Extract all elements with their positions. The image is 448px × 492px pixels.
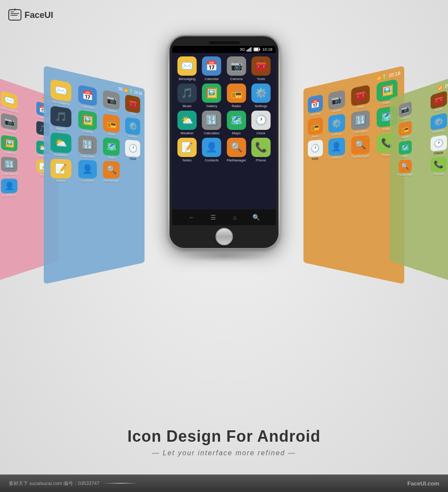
list-item: 🎵 Music	[48, 105, 74, 132]
app-phone[interactable]: 📞 Phone	[249, 138, 272, 162]
gallery-icon: 🖼️	[1, 135, 18, 151]
list-item: 🖼️ Gallery	[76, 109, 99, 135]
music-icon: 🎵	[50, 105, 71, 128]
clock-icon: 🕐	[308, 140, 322, 157]
app-maps[interactable]: 🗺️ Maps	[225, 111, 248, 135]
radio-app-icon: 📻	[227, 84, 246, 103]
contacts-label: Contacts	[205, 158, 219, 162]
list-item: 📷 Camera	[101, 89, 122, 115]
filemanager-app-icon: 🔍	[227, 138, 246, 157]
list-item: ✉️ Messaging	[48, 78, 74, 107]
app-messaging[interactable]: ✉️ Messaging	[176, 56, 199, 81]
phone-status-bar: 3G 10:18	[172, 46, 276, 53]
notes-app-icon: 📝	[178, 138, 197, 157]
svg-rect-4	[10, 13, 19, 14]
svg-rect-9	[251, 47, 252, 52]
list-item: 🔢 Calculator	[349, 109, 372, 135]
svg-rect-7	[248, 49, 249, 52]
camera-app-icon: 📷	[227, 56, 246, 76]
list-item: 🗺️ Maps	[101, 137, 122, 160]
list-item: ⚙️ Settings	[326, 113, 347, 137]
list-item: 🔢 Calculator	[76, 135, 99, 159]
back-button[interactable]: ←	[187, 213, 196, 222]
list-item: 📻 Radio	[392, 119, 420, 141]
app-clock[interactable]: 🕐 Clock	[249, 111, 272, 135]
list-item: 📻 Radio	[306, 116, 325, 139]
settings-icon: ⚙️	[125, 117, 140, 135]
messaging-icon: ✉️	[50, 79, 71, 102]
radio-icon: 📻	[103, 113, 119, 133]
list-item: ⚙️ Settings	[123, 116, 142, 139]
settings-icon: ⚙️	[328, 113, 345, 133]
gallery-app-icon: 🖼️	[202, 84, 221, 103]
app-camera[interactable]: 📷 Camera	[225, 56, 248, 81]
calculator-icon: 🔢	[1, 157, 18, 172]
app-radio[interactable]: 📻 Radio	[225, 84, 248, 108]
footer-credit: 素材天下 sucaisucai.com 编号：03533747	[9, 480, 99, 487]
list-item: 🧰 Tools	[349, 84, 372, 111]
phone-label: Phone	[256, 158, 266, 162]
app-filemanager[interactable]: 🔍 FileManager	[225, 138, 248, 162]
svg-rect-6	[247, 50, 248, 52]
calculator-app-icon: 🔢	[202, 111, 221, 130]
app-contacts[interactable]: 👤 Contacts	[200, 138, 223, 162]
weather-app-icon: ⛅	[178, 111, 197, 130]
search-button[interactable]: 🔍	[252, 213, 261, 222]
filemanager-icon: 🔍	[103, 161, 119, 178]
app-settings[interactable]: ⚙️ Settings	[249, 84, 272, 108]
list-item: 🔍 FileManager	[101, 161, 122, 183]
status-time: 10:18	[262, 47, 273, 52]
network-indicator: 3G	[240, 47, 245, 52]
app-calendar[interactable]: 📅 Calendar	[200, 56, 223, 81]
logo: FaceUI	[8, 8, 53, 22]
logo-icon	[8, 8, 22, 22]
app-tools[interactable]: 🧰 Tools	[249, 56, 272, 81]
messaging-label: Messaging	[178, 77, 196, 81]
notes-icon: 📝	[50, 159, 71, 178]
phone-inner: 3G 10:18	[170, 36, 279, 248]
list-item: ⛅ Weather	[48, 132, 74, 157]
camera-icon: 📷	[328, 90, 345, 110]
home-button-soft[interactable]: ⌂	[231, 213, 239, 222]
clock-icon: 🕐	[430, 135, 447, 151]
clock-icon: 🕐	[125, 140, 140, 157]
footer-bar: 素材天下 sucaisucai.com 编号：03533747 FaceUI.c…	[0, 475, 448, 492]
footer-left: 素材天下 sucaisucai.com 编号：03533747	[9, 480, 138, 487]
menu-button[interactable]: ☰	[209, 213, 217, 222]
signal-icon	[247, 47, 252, 52]
main-title: Icon Design For Android	[0, 427, 448, 446]
calendar-icon: 📅	[78, 84, 97, 106]
clock-app-icon: 🕐	[251, 111, 270, 130]
phone-app-icon: 📞	[251, 138, 270, 157]
phone-app-row-2: 🎵 Music 🖼️ Gallery 📻 Radio ⚙️	[175, 84, 273, 108]
footer-brand: FaceUI.com	[407, 480, 439, 487]
music-label: Music	[182, 104, 192, 108]
calendar-app-icon: 📅	[202, 56, 221, 76]
list-item: 👤 Contacts	[76, 160, 99, 183]
app-notes[interactable]: 📝 Notes	[176, 138, 199, 162]
list-item: 🗺️ Maps	[392, 139, 420, 159]
messaging-app-icon: ✉️	[178, 56, 197, 76]
clock-label: Clock	[256, 131, 265, 135]
weather-icon: ⛅	[50, 132, 71, 153]
list-item: 📻 Radio	[101, 113, 122, 137]
phone-icon: 📞	[430, 157, 447, 172]
app-music[interactable]: 🎵 Music	[176, 84, 199, 108]
app-calculator[interactable]: 🔢 Calculator	[200, 111, 223, 135]
app-weather[interactable]: ⛅ Weather	[176, 111, 199, 135]
phone-speaker	[209, 42, 239, 44]
phone-reflection	[180, 249, 268, 262]
calculator-label: Calculator	[204, 131, 220, 135]
phone-app-row-4: 📝 Notes 👤 Contacts 🔍 FileManager 📞	[175, 138, 273, 162]
list-item: 🖼️ Gallery	[0, 133, 26, 156]
settings-label: Settings	[255, 104, 267, 108]
tools-icon: 🧰	[351, 84, 370, 106]
phone-home-button[interactable]	[215, 228, 233, 245]
app-gallery[interactable]: 🖼️ Gallery	[200, 84, 223, 108]
sub-title: — Let your interface more refined —	[0, 449, 448, 457]
logo-text: FaceUI	[24, 10, 53, 20]
radio-icon: 📻	[399, 121, 412, 136]
list-item: 🔍 FileManager	[349, 135, 372, 159]
battery-icon	[254, 47, 261, 52]
screen-orange: 📶🔋 10:18 📅 Calendar 📷 Camera 🧰 Tools 🖼️ …	[304, 66, 404, 284]
